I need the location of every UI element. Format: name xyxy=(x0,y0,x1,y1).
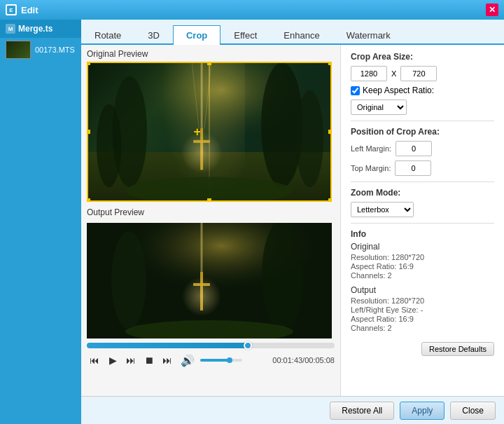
crop-size-row: X xyxy=(351,66,494,81)
svg-text:E: E xyxy=(9,7,13,13)
keep-aspect-row: Keep Aspect Ratio: xyxy=(351,86,494,95)
progress-thumb[interactable] xyxy=(244,341,252,350)
keep-aspect-label: Keep Aspect Ratio: xyxy=(363,86,434,95)
time-display: 00:01:43/00:05:08 xyxy=(272,356,335,364)
crop-handle-tm[interactable] xyxy=(207,62,211,65)
file-thumbnail xyxy=(6,41,31,59)
player-controls: ⏮ ▶ ⏭ ⏹ ⏭ 🔊 00:01:43/00:05:08 xyxy=(87,343,335,368)
crop-handle-tr[interactable] xyxy=(328,62,332,65)
original-video-inner: + xyxy=(88,63,330,200)
top-margin-label: Top Margin: xyxy=(351,164,391,172)
crop-area-title: Crop Area Size: xyxy=(351,52,494,62)
progress-bar[interactable] xyxy=(87,343,335,348)
play-button[interactable]: ▶ xyxy=(105,353,120,368)
crop-width-input[interactable] xyxy=(351,66,387,81)
left-margin-row: Left Margin: xyxy=(351,141,494,156)
svg-point-18 xyxy=(111,231,146,329)
output-eye-size: Left/Right Eye Size: - xyxy=(351,306,494,314)
controls-row: ⏮ ▶ ⏭ ⏹ ⏭ 🔊 00:01:43/00:05:08 xyxy=(87,353,335,368)
output-info-title: Output xyxy=(351,285,494,295)
output-resolution: Resolution: 1280*720 xyxy=(351,296,494,305)
output-video-frame[interactable] xyxy=(87,223,332,338)
tab-watermark[interactable]: Watermark xyxy=(333,25,404,45)
file-item[interactable]: 00173.MTS xyxy=(0,38,81,62)
crop-handle-ml[interactable] xyxy=(87,130,90,134)
original-info-title: Original xyxy=(351,242,494,252)
original-channels: Channels: 2 xyxy=(351,271,494,280)
info-section: Info Original Resolution: 1280*720 Aspec… xyxy=(351,229,494,332)
output-channels: Channels: 2 xyxy=(351,324,494,332)
keep-aspect-checkbox[interactable] xyxy=(351,86,360,95)
top-margin-row: Top Margin: xyxy=(351,160,494,176)
tab-rotate[interactable]: Rotate xyxy=(81,25,134,45)
restore-defaults-button[interactable]: Restore Defaults xyxy=(421,342,494,356)
bottom-bar: Restore All Apply Close xyxy=(81,396,504,424)
app-icon: E xyxy=(6,4,17,15)
left-panel: M Merge.ts 00173.MTS xyxy=(0,20,81,424)
volume-thumb[interactable] xyxy=(227,357,232,363)
output-aspect: Aspect Ratio: 16:9 xyxy=(351,315,494,323)
tab-3d[interactable]: 3D xyxy=(134,25,173,45)
close-window-button[interactable]: ✕ xyxy=(486,4,498,16)
original-video-frame[interactable]: + xyxy=(87,62,332,202)
aspect-select[interactable]: Original xyxy=(351,100,407,115)
divider-3 xyxy=(351,223,494,224)
zoom-select[interactable]: Letterbox xyxy=(351,202,414,217)
close-button[interactable]: Close xyxy=(450,402,496,420)
original-aspect: Aspect Ratio: 16:9 xyxy=(351,262,494,271)
svg-point-7 xyxy=(296,90,324,187)
info-title: Info xyxy=(351,229,494,239)
top-margin-input[interactable] xyxy=(395,160,431,176)
svg-point-23 xyxy=(182,277,221,316)
tab-bar: Rotate 3D Crop Effect Enhance Watermark xyxy=(81,20,504,45)
crop-handle-bl[interactable] xyxy=(87,198,90,202)
position-title: Position of Crop Area: xyxy=(351,127,494,137)
crosshair: + xyxy=(193,125,201,139)
window-title: Edit xyxy=(21,5,38,15)
restore-all-button[interactable]: Restore All xyxy=(330,402,394,420)
divider-1 xyxy=(351,121,494,121)
zoom-title: Zoom Mode: xyxy=(351,188,494,198)
crop-handle-tl[interactable] xyxy=(87,62,90,65)
left-margin-input[interactable] xyxy=(396,141,432,156)
divider-2 xyxy=(351,182,494,182)
crop-height-input[interactable] xyxy=(400,66,437,81)
svg-point-19 xyxy=(262,223,304,331)
volume-bar[interactable] xyxy=(200,359,242,362)
original-resolution: Resolution: 1280*720 xyxy=(351,253,494,261)
merge-header: M Merge.ts xyxy=(0,20,81,38)
volume-fill xyxy=(200,359,230,362)
svg-text:M: M xyxy=(8,26,13,32)
merge-label: Merge.ts xyxy=(18,24,52,34)
output-preview-label: Output Preview xyxy=(87,207,335,217)
title-bar: E Edit ✕ xyxy=(0,0,504,20)
stop-button[interactable]: ⏹ xyxy=(141,353,157,368)
file-label: 00173.MTS xyxy=(35,46,75,54)
svg-point-12 xyxy=(181,132,222,173)
apply-button[interactable]: Apply xyxy=(400,402,444,420)
original-preview-label: Original Preview xyxy=(87,49,335,59)
crop-handle-br[interactable] xyxy=(328,198,332,202)
right-panel: Crop Area Size: X Keep Aspect Ratio: Ori… xyxy=(340,45,504,396)
tab-crop[interactable]: Crop xyxy=(173,25,220,45)
skip-start-button[interactable]: ⏮ xyxy=(87,353,102,368)
crop-handle-mr[interactable] xyxy=(328,130,332,134)
main-area: Original Preview xyxy=(81,45,504,396)
video-area: Original Preview xyxy=(81,45,340,396)
skip-end-button[interactable]: ⏭ xyxy=(160,353,175,368)
crop-handle-bm[interactable] xyxy=(207,198,211,202)
x-label: X xyxy=(391,69,396,78)
svg-point-8 xyxy=(97,104,122,187)
zoom-select-row: Letterbox xyxy=(351,202,494,217)
volume-icon: 🔊 xyxy=(181,354,195,367)
step-forward-button[interactable]: ⏭ xyxy=(123,353,139,368)
tab-enhance[interactable]: Enhance xyxy=(270,25,332,45)
left-margin-label: Left Margin: xyxy=(351,144,391,153)
aspect-select-row: Original xyxy=(351,100,494,115)
tab-effect[interactable]: Effect xyxy=(220,25,270,45)
progress-fill xyxy=(87,343,248,348)
